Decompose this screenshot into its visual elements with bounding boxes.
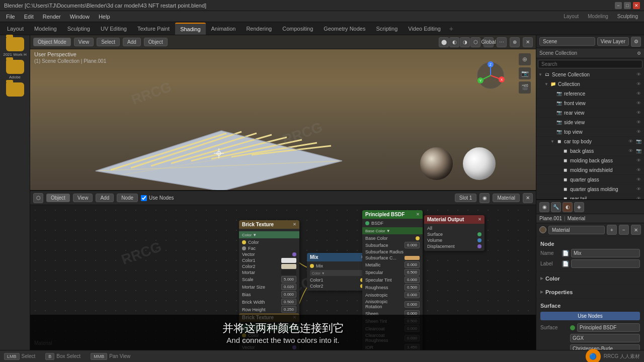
menu-file[interactable]: File [2,13,19,21]
menu-edit[interactable]: Edit [20,13,38,21]
tab-shading[interactable]: Shading [175,23,205,35]
outliner-search-input[interactable] [538,60,642,68]
node-add-button[interactable]: Add [96,194,114,202]
socket-mix-out[interactable] [310,264,314,268]
rt-vis-btn[interactable]: 👁 [635,195,642,199]
outliner-rear-view[interactable]: 📷 rear view 👁 [536,108,644,118]
scene-selector[interactable]: Scene [539,37,595,46]
output-close[interactable]: ✕ [478,217,481,222]
viewport-shading-material[interactable]: ◐ [449,37,459,47]
principled-close[interactable]: ✕ [416,212,420,217]
surface-value[interactable]: Principled BSDF [577,323,640,332]
select-button[interactable]: Select [97,38,120,46]
tab-video-editing[interactable]: Video Editing [403,23,446,35]
label-input[interactable] [571,259,640,268]
tab-geometry-nodes[interactable]: Geometry Nodes [318,23,370,35]
tab-compositing[interactable]: Compositing [277,23,318,35]
tab-scripting[interactable]: Scripting [371,23,403,35]
mbg-vis-btn[interactable]: 👁 [635,157,642,164]
tab-texture-paint[interactable]: Texture Paint [132,23,175,35]
socket-color-out[interactable] [242,240,246,244]
slot-button[interactable]: Slot 1 [455,194,477,202]
socket-displacement-in[interactable] [477,244,481,248]
menu-window[interactable]: Window [66,13,94,21]
name-input[interactable] [571,249,640,257]
viewport[interactable]: Object Mode View Select Add Object ⬤ ◐ ◑… [30,35,536,191]
view-button[interactable]: View [74,38,94,46]
menu-help[interactable]: Help [95,13,114,21]
panel-settings-icon[interactable]: ⚙ [631,37,641,47]
viewport-shading-rendered[interactable]: ◑ [460,37,470,47]
rv-vis-btn[interactable]: 👁 [635,109,642,116]
node-view-button[interactable]: View [73,194,93,202]
view-layer-selector[interactable]: View Layer [597,37,629,46]
prop-material-icon[interactable]: ◐ [562,202,573,212]
socket-fac-out[interactable] [242,246,246,250]
sv-vis-btn[interactable]: 👁 [635,119,642,126]
viewport-shading-wireframe[interactable]: ⬡ [470,37,480,47]
tab-sculpting[interactable]: Sculpting [62,23,95,35]
bg-vis-btn[interactable]: 👁 [627,147,634,154]
material-settings-btn[interactable]: ✕ [631,225,641,235]
nav-gizmo[interactable]: Z X Y [475,60,506,90]
node-object-button[interactable]: Object [46,194,70,202]
socket-base-color-in[interactable] [416,236,420,240]
viewport-xray[interactable]: ✕ [523,37,533,47]
tv-vis-btn[interactable]: 👁 [635,128,642,135]
qg-vis-btn[interactable]: 👁 [635,176,642,183]
socket-bsdf-out[interactable] [365,221,369,225]
folder-item-2021[interactable]: 2021 Work H [3,37,28,57]
sculpting-label[interactable]: Sculpting [613,14,642,19]
maximize-button[interactable]: □ [624,2,631,9]
pbs-ggx-selector[interactable]: Base Color ▼ [362,227,423,234]
outliner-scene-collection[interactable]: ▼ 🗂 Scene Collection 👁 [536,70,644,79]
col-visibility-btn[interactable]: 👁 [635,80,642,87]
mix-node[interactable]: Mix ✕ Mix Color ▼ [307,253,367,291]
tab-rendering[interactable]: Rendering [241,23,277,35]
prop-modifier-icon[interactable]: 🔧 [551,202,561,212]
folder-item-blank[interactable] [3,82,28,98]
socket-surface-in[interactable] [477,232,481,236]
outliner-top-view[interactable]: 📷 top view 👁 [536,127,644,137]
global-transform[interactable]: Global [484,37,494,47]
material-button[interactable]: Material [493,194,520,202]
prop-data-icon[interactable]: ◈ [574,202,584,212]
properties-header[interactable]: ▶ Properties [540,287,640,296]
visibility-btn[interactable]: 👁 [635,71,642,78]
node-editor-icon[interactable]: ⬡ [33,193,43,203]
outliner-molding-back-glass[interactable]: ◼ molding back glass 👁 [536,156,644,165]
node-editor[interactable]: ⬡ Object View Add Node Use Nodes Slot 1 … [30,191,536,350]
ws-vis-btn[interactable]: 👁 [635,166,642,173]
outliner-collection[interactable]: ▼ 📁 Collection 👁 [536,79,644,89]
ctb-render-btn[interactable]: 📷 [635,138,642,145]
material-add-btn[interactable]: + [607,225,617,235]
viewport-shading-solid[interactable]: ⬤ [439,37,449,47]
object-mode-button[interactable]: Object Mode [33,38,71,46]
camera-view-button[interactable]: 📷 [519,67,531,79]
tab-modeling[interactable]: Modeling [29,23,62,35]
render-button[interactable]: 🎬 [519,81,531,94]
socket-vector-in[interactable] [292,252,296,256]
socket-volume-in[interactable] [477,238,481,242]
menu-render[interactable]: Render [39,13,65,21]
outliner-front-view[interactable]: 📷 front view 👁 [536,99,644,108]
brick-color-selector[interactable]: Color ▼ [239,231,299,238]
ctb-vis-btn[interactable]: 👁 [627,138,634,145]
color-header[interactable]: ▶ Color [540,274,640,283]
add-tab-button[interactable]: + [446,24,456,34]
mix-factor-bar[interactable]: Color ▼ [310,270,364,276]
outliner-quarter-glass[interactable]: ◼ quarter glass 👁 [536,175,644,185]
outliner-back-glass[interactable]: ◼ back glass 👁 📷 [536,146,644,156]
outliner-rear-tail[interactable]: ◼ rear tail 👁 [536,194,644,199]
fv-vis-btn[interactable]: 👁 [635,100,642,107]
outliner-car-top-body[interactable]: ▼ ◼ car top body 👁 📷 [536,137,644,146]
add-button[interactable]: Add [123,38,141,46]
node-close-button[interactable]: ✕ [523,193,533,203]
brick-texture-node-1[interactable]: Brick Texture ✕ Color ▼ Color [239,220,299,315]
outliner-reference[interactable]: 📷 reference 👁 [536,89,644,99]
close-button[interactable]: ✕ [633,2,640,9]
outliner-quarter-glass-molding[interactable]: ◼ quarter glass molding 👁 [536,185,644,194]
object-button[interactable]: Object [144,38,168,46]
bg-render-btn[interactable]: 📷 [635,147,642,154]
outliner-windshield[interactable]: ◼ molding windshield 👁 [536,165,644,175]
